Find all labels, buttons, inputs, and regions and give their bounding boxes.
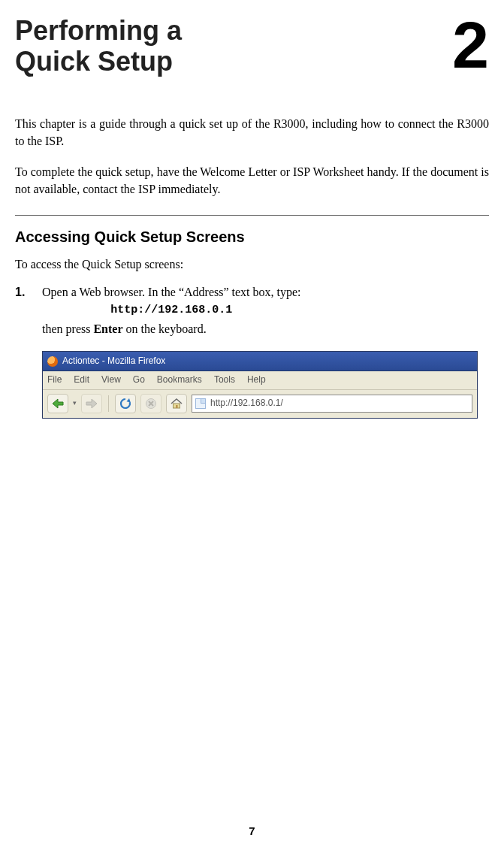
section-divider: [15, 215, 489, 216]
back-arrow-icon: [51, 398, 65, 410]
firefox-icon: [47, 356, 58, 367]
step-number: 1.: [15, 283, 32, 301]
address-bar[interactable]: http://192.168.0.1/: [192, 395, 472, 413]
browser-toolbar: ▾ http://: [43, 390, 477, 418]
step-line-b: then press Enter on the keyboard.: [42, 322, 207, 335]
stop-icon: [145, 398, 157, 410]
browser-titlebar: Actiontec - Mozilla Firefox: [43, 352, 477, 371]
browser-menubar: File Edit View Go Bookmarks Tools Help: [43, 371, 477, 389]
chapter-title: Performing a Quick Setup: [15, 15, 182, 77]
menu-help[interactable]: Help: [247, 374, 266, 386]
stop-button[interactable]: [140, 394, 161, 413]
back-button[interactable]: [47, 394, 68, 413]
step-1: 1. Open a Web browser. In the “Address” …: [15, 283, 489, 337]
browser-window-title: Actiontec - Mozilla Firefox: [62, 355, 165, 368]
menu-tools[interactable]: Tools: [214, 374, 235, 386]
section-heading-accessing: Accessing Quick Setup Screens: [15, 226, 489, 248]
page-icon: [195, 398, 206, 409]
step-line-b-strong: Enter: [93, 322, 122, 335]
forward-button[interactable]: [81, 394, 102, 413]
page-number: 7: [0, 823, 504, 839]
forward-arrow-icon: [85, 398, 98, 410]
step-url: http://192.168.0.1: [42, 302, 301, 319]
step-body: Open a Web browser. In the “Address” tex…: [42, 283, 301, 337]
menu-go[interactable]: Go: [133, 374, 145, 386]
menu-edit[interactable]: Edit: [74, 374, 89, 386]
back-dropdown-icon[interactable]: ▾: [73, 398, 77, 408]
svg-rect-2: [176, 405, 178, 408]
step-line-b-before: then press: [42, 322, 93, 335]
intro-paragraph-1: This chapter is a guide through a quick …: [15, 115, 489, 150]
menu-file[interactable]: File: [47, 374, 62, 386]
home-button[interactable]: [166, 394, 187, 413]
step-line-a: Open a Web browser. In the “Address” tex…: [42, 286, 301, 298]
address-bar-value: http://192.168.0.1/: [210, 397, 283, 410]
intro-paragraph-2: To complete the quick setup, have the We…: [15, 163, 489, 198]
section-lead: To access the Quick Setup screens:: [15, 256, 489, 273]
step-line-b-after: on the keyboard.: [123, 322, 207, 335]
chapter-number: 2: [452, 15, 489, 74]
menu-view[interactable]: View: [101, 374, 121, 386]
menu-bookmarks[interactable]: Bookmarks: [157, 374, 202, 386]
home-icon: [170, 398, 183, 410]
reload-icon: [119, 397, 132, 410]
chapter-title-line1: Performing a: [15, 15, 182, 46]
browser-window: Actiontec - Mozilla Firefox File Edit Vi…: [42, 351, 478, 419]
reload-button[interactable]: [115, 394, 136, 413]
chapter-title-line2: Quick Setup: [15, 46, 173, 77]
toolbar-separator: [108, 395, 109, 412]
